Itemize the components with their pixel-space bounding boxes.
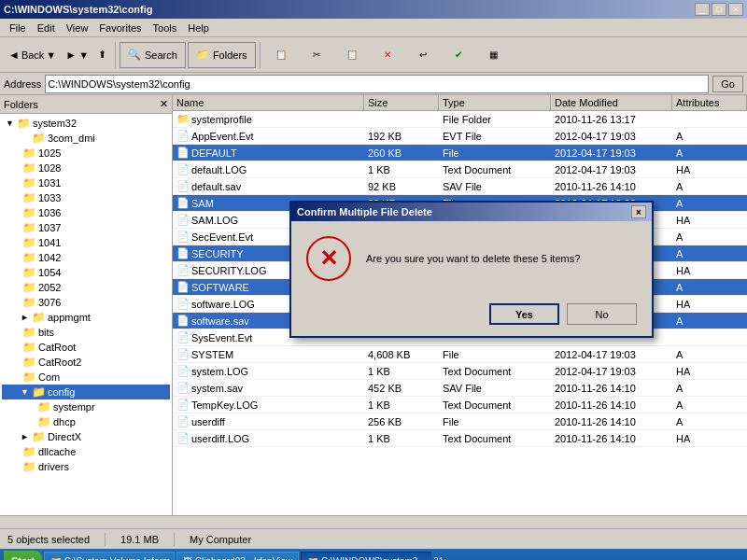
dialog-overlay: Confirm Multiple File Delete × ✕ Are you… [0, 0, 747, 560]
dialog-title-bar: Confirm Multiple File Delete × [291, 203, 652, 221]
dialog-buttons: Yes No [291, 296, 652, 336]
dialog-message: Are you sure you want to delete these 5 … [366, 253, 580, 264]
dialog-yes-button[interactable]: Yes [489, 303, 559, 325]
dialog-title-text: Confirm Multiple File Delete [297, 206, 432, 217]
x-icon: ✕ [319, 245, 338, 272]
dialog-no-button[interactable]: No [567, 303, 637, 325]
dialog-close-button[interactable]: × [631, 205, 646, 218]
confirm-dialog: Confirm Multiple File Delete × ✕ Are you… [289, 201, 654, 338]
dialog-content: ✕ Are you sure you want to delete these … [291, 221, 652, 296]
dialog-warning-icon: ✕ [306, 236, 351, 281]
